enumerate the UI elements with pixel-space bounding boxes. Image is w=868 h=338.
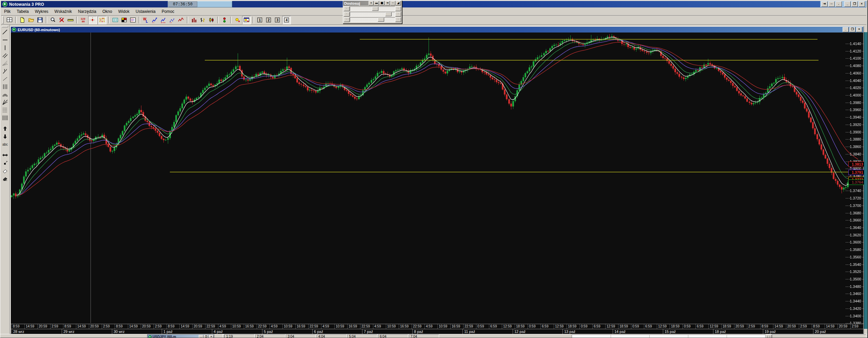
time-tick: 20:59 <box>734 324 747 329</box>
dock-button[interactable]: ⇥ <box>821 1 828 7</box>
horizontal-arrow-tool-button[interactable] <box>1 151 9 159</box>
slider-3-thumb[interactable] <box>378 18 384 22</box>
menu-item-narzędzia[interactable]: Narzędzia <box>75 8 99 15</box>
time-tick: 20:59 <box>192 324 205 329</box>
dostosuj-pin-button[interactable]: ▬ <box>374 1 379 5</box>
param-lines-button[interactable] <box>129 16 137 24</box>
layout-3-button[interactable]: 3 <box>273 16 281 24</box>
vertical-grid-tool-button[interactable] <box>1 114 9 122</box>
drawing-toolbar-grip[interactable] <box>2 26 8 27</box>
fan-lines-tool-button[interactable] <box>1 60 9 67</box>
minimized-chart-window[interactable]: USDJPY (60-m _❐× <box>147 334 214 338</box>
slider-2-track[interactable] <box>350 12 395 17</box>
add-point-window-button[interactable] <box>242 16 251 24</box>
minimize-button[interactable]: _ <box>844 1 851 7</box>
candlesticks-button[interactable] <box>208 16 216 24</box>
trend-line-tool-button[interactable] <box>1 28 9 36</box>
minimized-close-button[interactable]: × <box>209 335 214 338</box>
maximize-button[interactable]: ❐ <box>851 1 858 7</box>
slider-1-left-button[interactable]: · <box>344 6 350 11</box>
h-lines-button[interactable] <box>98 16 106 24</box>
zoom-off-button[interactable] <box>58 16 66 24</box>
layout-4-button[interactable]: 4 <box>282 16 291 24</box>
wl-letters-button[interactable]: WL <box>142 16 150 24</box>
grid-box-button[interactable] <box>111 16 119 24</box>
title-bar[interactable]: Notowania 3 PRO <box>1 1 866 7</box>
menu-item-pomoc[interactable]: Pomoc <box>159 8 177 15</box>
chart-canvas[interactable] <box>11 33 863 324</box>
zigzag-1-icon <box>152 17 158 23</box>
zigzag-1-button[interactable] <box>151 16 159 24</box>
menu-item-ustawienia[interactable]: Ustawienia <box>133 8 159 15</box>
signal-dots-button[interactable] <box>220 16 229 24</box>
pitchfork-tool-button[interactable] <box>1 67 9 75</box>
scrollbar-end-button[interactable] <box>766 335 772 338</box>
vertical-lines-3-tool-button[interactable] <box>1 83 9 90</box>
add-point-button[interactable] <box>233 16 241 24</box>
menu-item-tabela[interactable]: Tabela <box>14 8 32 15</box>
gann-fan-tool-button[interactable] <box>1 99 9 106</box>
dostosuj-dock-button[interactable]: ⇥ <box>385 1 390 5</box>
arrow-down-tool-button[interactable] <box>1 133 9 140</box>
layout-1-button[interactable]: 1 <box>256 16 264 24</box>
chart-minimize-button[interactable]: _ <box>843 27 849 32</box>
minimized-minimize-button[interactable]: _ <box>199 335 203 338</box>
text-label-tool-button[interactable]: abc <box>1 141 9 148</box>
eraser-tool-button[interactable] <box>1 167 9 174</box>
chart-title-bar[interactable]: EURUSD (60-minutowo) _❐× <box>11 27 863 33</box>
slider-3-right-button[interactable]: · <box>395 17 401 22</box>
open-folder-button[interactable] <box>27 16 35 24</box>
bar-button[interactable]: ─ <box>828 1 835 7</box>
snap-point-tool-button[interactable] <box>1 159 9 167</box>
menu-item-okno[interactable]: Okno <box>99 8 115 15</box>
menu-item-wskaźnik[interactable]: Wskaźnik <box>52 8 75 15</box>
dostosuj-title-bar[interactable]: Dostosuj ×▬▦⇥─◢ <box>343 1 402 6</box>
arrow-up-tool-button[interactable] <box>1 125 9 132</box>
new-file-button[interactable] <box>18 16 26 24</box>
menu-item-widok[interactable]: Widok <box>115 8 133 15</box>
slider-3-left-button[interactable]: · <box>344 17 350 22</box>
bar-chart-button[interactable] <box>190 16 198 24</box>
slider-1-right-button[interactable]: · <box>395 6 401 11</box>
parallel-lines-tool-button[interactable] <box>1 52 9 59</box>
dostosuj-close-x-button[interactable]: × <box>369 1 374 5</box>
dot-button[interactable]: . <box>835 1 842 7</box>
slider-2-left-button[interactable]: · <box>344 12 350 17</box>
minimized-maximize-button[interactable]: ❐ <box>204 335 209 338</box>
dostosuj-grid-button[interactable]: ▦ <box>379 1 384 5</box>
dostosuj-bar-button[interactable]: ─ <box>390 1 395 5</box>
zigzag-2-button[interactable] <box>159 16 167 24</box>
slider-2-right-button[interactable]: · <box>395 12 401 17</box>
dostosuj-corner-button[interactable]: ◢ <box>396 1 401 5</box>
eraser-all-tool-button[interactable] <box>1 175 9 182</box>
close-button[interactable]: × <box>859 1 865 7</box>
fibonacci-arcs-tool-button[interactable] <box>1 91 9 98</box>
chart-close-button[interactable]: × <box>856 27 862 32</box>
horizontal-scrollbar[interactable] <box>572 335 766 338</box>
chart-maximize-button[interactable]: ❐ <box>849 27 855 32</box>
horizontal-line-tool-button[interactable] <box>1 36 9 44</box>
zoom-button[interactable] <box>49 16 57 24</box>
numbers-button[interactable]: 12390 <box>79 16 87 24</box>
crosshair-button[interactable] <box>88 16 97 24</box>
ruler-button[interactable] <box>66 16 75 24</box>
ohlc-bars-button[interactable] <box>199 16 207 24</box>
ray-line-tool-button[interactable] <box>1 75 9 83</box>
menu-item-wykres[interactable]: Wykres <box>32 8 52 15</box>
slider-1-thumb[interactable] <box>372 7 378 11</box>
menu-item-plik[interactable]: Plik <box>1 8 14 15</box>
window-grid-button[interactable] <box>5 16 14 24</box>
time-axis: 8:5914:5920:592:598:5914:5920:592:598:59… <box>11 324 863 329</box>
vertical-line-tool-button[interactable] <box>1 44 9 51</box>
slider-2-thumb[interactable] <box>385 12 392 16</box>
fibonacci-levels-tool-button[interactable] <box>1 106 9 114</box>
slider-1-track[interactable] <box>350 6 395 11</box>
zigzag-3-button[interactable] <box>168 16 176 24</box>
toolbar-separator <box>15 17 17 23</box>
layout-2-button[interactable]: 2 <box>264 16 273 24</box>
line-chart-button[interactable] <box>177 16 185 24</box>
save-button[interactable] <box>36 16 44 24</box>
palette-button[interactable] <box>120 16 128 24</box>
slider-3-track[interactable] <box>350 17 395 22</box>
toolbar-grip[interactable] <box>2 16 4 24</box>
